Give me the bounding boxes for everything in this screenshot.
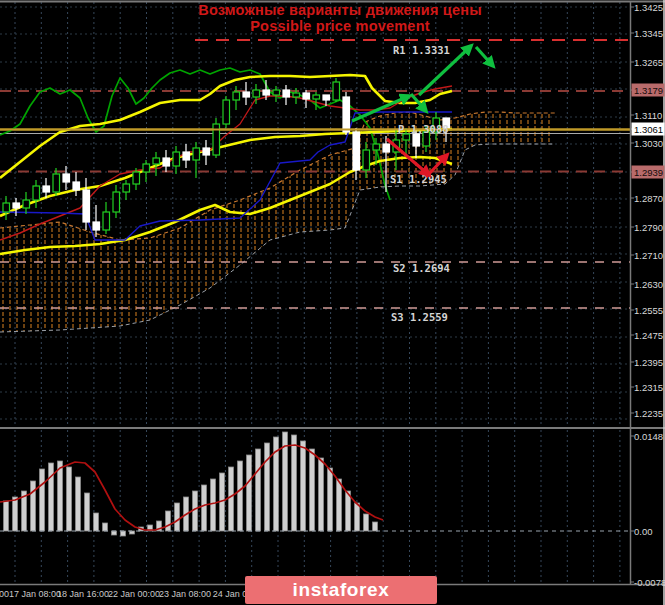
time-axis-label: 24 Jan 0 — [213, 589, 248, 599]
macd-histogram-bar — [364, 514, 369, 531]
price-axis-label: 1.2870 — [634, 193, 663, 204]
candle-body — [73, 182, 80, 190]
candle-body — [373, 144, 380, 150]
candle-body — [43, 186, 50, 192]
price-axis-label: 1.2630 — [634, 279, 663, 290]
macd-histogram-bar — [301, 441, 306, 531]
title-line-en: Possible price movement — [60, 18, 620, 34]
pivot-label: S3 1.2559 — [391, 311, 448, 323]
price-axis-label: 1.3425 — [634, 2, 663, 13]
price-axis-label: 1.3345 — [634, 28, 663, 39]
macd-histogram-bar — [175, 503, 180, 531]
pivot-label: P 1.3088 — [398, 123, 449, 135]
candle-body — [253, 90, 260, 97]
candle-body — [93, 222, 100, 230]
macd-histogram-bar — [265, 443, 270, 531]
candle-body — [383, 144, 390, 152]
macd-histogram-bar — [94, 513, 99, 531]
macd-histogram-bar — [211, 479, 216, 531]
candle-body — [353, 132, 360, 170]
candle-body — [33, 186, 40, 200]
macd-histogram-bar — [13, 497, 18, 531]
instaforex-logo-text: instaforex — [293, 579, 390, 601]
candle-body — [193, 148, 200, 160]
candle-body — [103, 212, 110, 230]
candle-body — [53, 174, 60, 192]
candle-body — [333, 82, 340, 100]
candle-body — [233, 92, 240, 100]
candle-body — [123, 184, 130, 192]
candle-body — [273, 90, 280, 95]
macd-histogram-bar — [112, 531, 117, 535]
macd-histogram-bar — [40, 469, 45, 531]
price-axis-label: 1.3179 — [634, 85, 663, 96]
price-axis-label: 1.2235 — [634, 408, 663, 419]
candle-body — [303, 93, 310, 99]
pivot-label: S1 1.2945 — [390, 173, 447, 185]
time-axis-label: 18 Jan 16:00 — [57, 589, 109, 599]
candle-body — [293, 93, 300, 97]
time-axis-label: 00 — [0, 589, 9, 599]
indicator-axis-label: -0.00788 — [634, 577, 665, 588]
price-axis-label: 1.2939 — [634, 167, 663, 178]
candle-body — [313, 95, 320, 99]
macd-histogram-bar — [58, 461, 63, 531]
time-axis-label: 17 Jan 08:00 — [9, 589, 61, 599]
title-line-ru: Возможные варианты движения цены — [60, 2, 620, 18]
indicator-axis: 0.01480.00-0.00788 — [630, 431, 665, 588]
price-axis-label: 1.3265 — [634, 57, 663, 68]
macd-histogram-bar — [355, 503, 360, 531]
macd-histogram-bar — [229, 467, 234, 531]
candle-body — [413, 134, 420, 146]
candle-body — [283, 90, 290, 97]
price-axis-label: 1.2315 — [634, 382, 663, 393]
price-axis-label: 1.2395 — [634, 357, 663, 368]
price-axis-label: 1.2790 — [634, 222, 663, 233]
macd-histogram-bar — [202, 485, 207, 531]
candle-body — [323, 95, 330, 100]
candle-body — [173, 152, 180, 166]
price-axis-label: 1.2475 — [634, 330, 663, 341]
candle-body — [243, 92, 250, 97]
candle-body — [153, 158, 160, 164]
pivot-label: R1 1.3331 — [393, 44, 450, 56]
price-axis-label: 1.2710 — [634, 250, 663, 261]
candle-body — [143, 164, 150, 172]
macd-histogram-bar — [373, 522, 378, 531]
macd-histogram-bar — [247, 455, 252, 531]
macd-histogram-bar — [166, 511, 171, 531]
macd-histogram-bar — [31, 481, 36, 531]
price-axis-label: 1.3061 — [634, 124, 663, 135]
macd-histogram-bar — [85, 493, 90, 531]
candle-body — [3, 203, 10, 212]
candle-body — [363, 150, 370, 170]
macd-histogram-bar — [76, 477, 81, 531]
instaforex-logo: instaforex — [245, 576, 437, 604]
pivot-label: S2 1.2694 — [393, 262, 450, 274]
macd-histogram-bar — [67, 467, 72, 531]
price-axis-label: 1.2555 — [634, 305, 663, 316]
chart-annotation-title: Возможные варианты движения цены Possibl… — [60, 2, 620, 34]
price-axis: 1.34251.33451.32651.31791.31101.30611.30… — [630, 2, 665, 419]
mt4-chart-window: R1 1.3331P 1.3088S1 1.2945S2 1.2694S3 1.… — [0, 0, 665, 605]
candle-body — [163, 158, 170, 166]
macd-histogram-bar — [49, 463, 54, 531]
macd-histogram-bar — [103, 523, 108, 531]
macd-histogram-bar — [310, 449, 315, 531]
indicator-axis-label: 0.0148 — [634, 431, 663, 442]
price-chart-canvas: R1 1.3331P 1.3088S1 1.2945S2 1.2694S3 1.… — [0, 0, 665, 605]
candle-body — [83, 190, 90, 222]
macd-histogram-bar — [256, 449, 261, 531]
candle-body — [183, 152, 190, 160]
price-axis-label: 1.3110 — [634, 110, 662, 121]
time-axis-label: 22 Jan 00:00 — [108, 589, 160, 599]
macd-histogram-bar — [337, 479, 342, 531]
pivot-labels: R1 1.3331P 1.3088S1 1.2945S2 1.2694S3 1.… — [390, 44, 450, 323]
candle-body — [223, 100, 230, 124]
candle-body — [263, 90, 270, 95]
macd-histogram-bar — [238, 461, 243, 531]
candle-body — [23, 200, 30, 208]
green-trend-arrow[interactable] — [476, 47, 493, 66]
macd-histogram-bar — [328, 468, 333, 531]
candle-body — [13, 203, 20, 208]
